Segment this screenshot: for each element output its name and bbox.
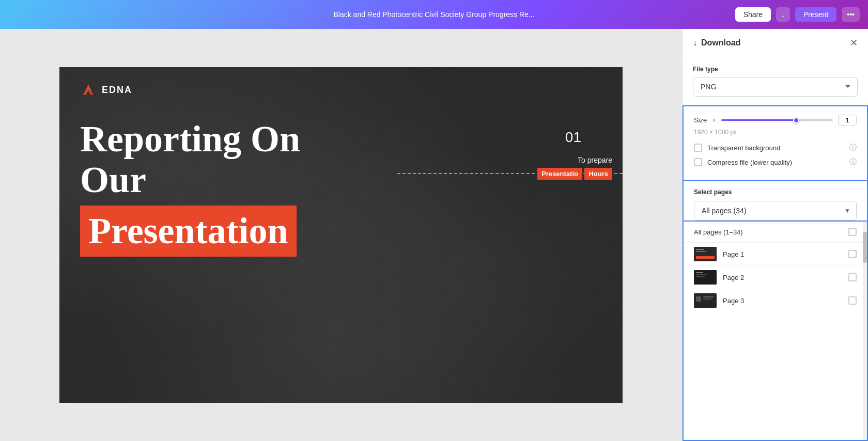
page-2-thumbnail xyxy=(694,270,717,285)
all-pages-label: All pages (1–34) xyxy=(694,228,743,236)
page-2-item[interactable]: Page 2 xyxy=(684,266,867,289)
transparent-info-icon: ⓘ xyxy=(849,143,857,152)
page-3-label: Page 3 xyxy=(723,297,842,305)
select-pages-section: Select pages All pages (34) ▼ xyxy=(683,181,868,222)
svg-rect-3 xyxy=(696,249,704,250)
page-2-label: Page 2 xyxy=(723,274,842,281)
svg-rect-4 xyxy=(696,251,706,252)
page-1-label: Page 1 xyxy=(723,250,842,258)
slide-number: 01 xyxy=(565,129,581,146)
download-panel-icon: ↓ xyxy=(693,38,697,48)
download-icon: ↓ xyxy=(781,10,785,19)
transparent-bg-checkbox[interactable] xyxy=(694,144,702,152)
download-title: ↓ Download xyxy=(693,38,740,48)
page-3-item[interactable]: Page 3 xyxy=(684,289,867,312)
compress-file-row: Compress file (lower quality) ⓘ xyxy=(694,158,857,167)
slide-right-text: To prepare Presentatio Hours xyxy=(537,155,612,180)
compress-checkbox[interactable] xyxy=(694,158,702,166)
svg-rect-8 xyxy=(696,274,707,275)
main-layout: EDNA Reporting On Our Presentation 01 To… xyxy=(0,29,868,441)
svg-marker-1 xyxy=(86,85,94,95)
all-pages-row[interactable]: All pages (1–34) xyxy=(684,222,867,243)
page-3-checkbox[interactable] xyxy=(848,296,857,305)
slide-highlight: Presentation xyxy=(80,206,297,257)
share-button[interactable]: Share xyxy=(735,7,771,22)
compress-label: Compress file (lower quality) xyxy=(707,159,792,166)
logo-text: EDNA xyxy=(102,85,132,96)
page-2-thumb-svg xyxy=(694,270,717,285)
svg-rect-11 xyxy=(696,296,701,302)
logo-icon xyxy=(80,82,97,98)
pages-select[interactable]: All pages (34) xyxy=(694,201,857,220)
page-1-thumb-svg xyxy=(694,247,717,261)
svg-rect-9 xyxy=(696,276,705,277)
all-pages-checkbox[interactable] xyxy=(848,228,857,236)
slide-title-line1: Reporting On xyxy=(80,119,300,160)
more-icon: ••• xyxy=(847,10,855,19)
svg-rect-13 xyxy=(703,298,711,300)
slide-right-label: To prepare xyxy=(537,155,612,166)
transparent-bg-row: Transparent background ⓘ xyxy=(694,143,857,152)
slide: EDNA Reporting On Our Presentation 01 To… xyxy=(59,67,623,403)
page-1-item[interactable]: Page 1 xyxy=(684,243,867,266)
page-1-checkbox[interactable] xyxy=(848,250,857,258)
svg-rect-5 xyxy=(696,256,715,259)
svg-rect-12 xyxy=(703,296,714,297)
size-section: Size × 1920 × 1080 px Transparent backgr… xyxy=(683,105,868,181)
download-icon-button[interactable]: ↓ xyxy=(776,7,790,22)
compress-info-icon: ⓘ xyxy=(849,158,857,167)
file-type-label: File type xyxy=(693,66,858,73)
size-slider[interactable] xyxy=(721,119,833,121)
size-label: Size xyxy=(694,116,707,124)
slide-title-line2: Our xyxy=(80,160,300,200)
slide-right-badge2: Hours xyxy=(584,168,612,180)
slide-highlight-text: Presentation xyxy=(88,210,288,251)
size-multiplier: × xyxy=(712,116,716,124)
size-dimensions: 1920 × 1080 px xyxy=(694,129,857,136)
page-3-thumb-svg xyxy=(694,293,717,308)
scrollbar-thumb[interactable] xyxy=(863,232,867,263)
slide-main-text: Reporting On Our Presentation xyxy=(80,119,300,257)
slide-logo: EDNA xyxy=(80,82,132,98)
download-title-text: Download xyxy=(701,38,740,48)
close-button[interactable]: ✕ xyxy=(850,37,858,49)
present-button[interactable]: Present xyxy=(795,7,836,22)
page-2-checkbox[interactable] xyxy=(848,273,857,281)
size-slider-thumb xyxy=(793,117,799,123)
file-type-select[interactable]: PNG JPG PDF SVG xyxy=(693,77,858,97)
scrollbar-track xyxy=(863,222,867,440)
page-1-thumbnail xyxy=(694,247,717,261)
svg-rect-7 xyxy=(696,272,703,273)
pages-select-wrapper: All pages (34) ▼ xyxy=(694,201,857,220)
more-options-button[interactable]: ••• xyxy=(842,7,860,22)
topbar: Black and Red Photocentric Civil Society… xyxy=(0,0,868,29)
size-input[interactable] xyxy=(838,115,857,125)
select-pages-label: Select pages xyxy=(694,188,857,196)
download-header: ↓ Download ✕ xyxy=(683,29,868,57)
canvas-area: EDNA Reporting On Our Presentation 01 To… xyxy=(0,29,682,441)
transparent-bg-label: Transparent background xyxy=(707,144,780,152)
right-panel: ↓ Download ✕ File type PNG JPG PDF SVG S… xyxy=(682,29,868,441)
file-type-section: File type PNG JPG PDF SVG xyxy=(683,57,868,105)
slide-right-badge1: Presentatio xyxy=(537,168,582,180)
pages-dropdown[interactable]: All pages (1–34) Page 1 xyxy=(683,222,868,441)
size-row: Size × xyxy=(694,115,857,125)
document-title: Black and Red Photocentric Civil Society… xyxy=(333,10,534,19)
page-3-thumbnail xyxy=(694,293,717,308)
